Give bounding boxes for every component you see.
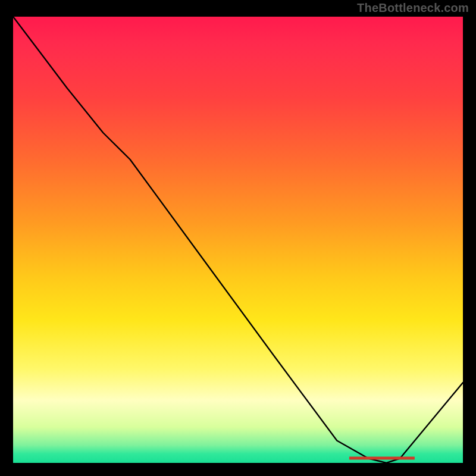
plot-area bbox=[13, 17, 463, 463]
curve-path bbox=[13, 17, 463, 463]
attribution-label: TheBottleneck.com bbox=[357, 1, 469, 15]
line-chart-svg bbox=[13, 17, 463, 463]
marker-segment bbox=[349, 457, 415, 460]
chart-frame bbox=[13, 17, 463, 463]
chart-container: TheBottleneck.com bbox=[0, 0, 476, 476]
marker-group bbox=[349, 457, 415, 460]
